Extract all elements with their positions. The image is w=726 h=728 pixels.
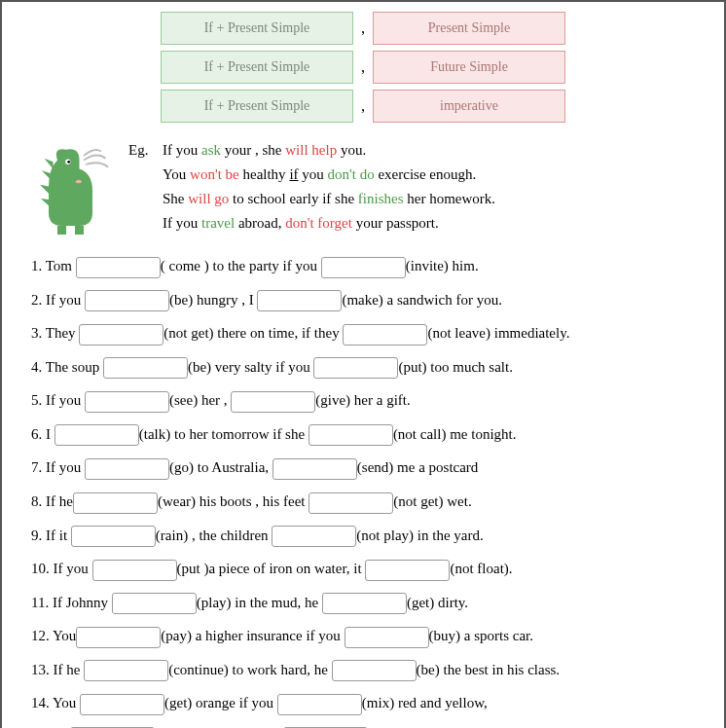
answer-blank[interactable] (85, 290, 169, 311)
question-text: (pay) a higher insurance if you (161, 628, 344, 643)
question-7: 7. If you (go) to Australia, (send) me a… (31, 455, 695, 480)
answer-blank[interactable] (79, 324, 163, 346)
question-text: (rain) , the children (156, 528, 272, 543)
answer-blank[interactable] (73, 492, 158, 514)
svg-rect-3 (75, 226, 84, 235)
question-text: 9. If it (31, 528, 71, 543)
comma: , (361, 97, 365, 115)
answer-blank[interactable] (103, 357, 188, 379)
question-2: 2. If you (be) hungry , I (make) a sandw… (31, 288, 695, 312)
eg-label: Eg. (128, 142, 163, 159)
question-text: (be) hungry , I (169, 292, 257, 308)
question-text: 11. If Johnny (31, 595, 112, 610)
rule-row: If + Present Simple,Future Simple (161, 51, 565, 84)
answer-blank[interactable] (345, 627, 429, 648)
answer-blank[interactable] (332, 660, 417, 681)
answer-blank[interactable] (71, 526, 156, 547)
answer-blank[interactable] (76, 257, 161, 278)
question-text: (be) the best in his class. (417, 662, 560, 677)
question-text: (send) me a postcard (357, 459, 479, 475)
question-text: (continue) to work hard, he (168, 662, 331, 677)
answer-blank[interactable] (321, 257, 406, 278)
result-clause-box: Future Simple (373, 51, 565, 84)
answer-blank[interactable] (277, 694, 362, 715)
example-lines: Eg.If you ask your , she will help you.Y… (128, 137, 495, 232)
question-9: 9. If it (rain) , the children (not play… (31, 524, 695, 548)
question-text: (wear) his boots , his feet (158, 493, 309, 509)
comma: , (361, 58, 365, 76)
question-text: 6. I (31, 426, 54, 442)
answer-blank[interactable] (343, 324, 427, 346)
answer-blank[interactable] (112, 593, 197, 614)
answer-blank[interactable] (322, 593, 407, 614)
answer-blank[interactable] (313, 357, 398, 379)
question-text: (give) her a gift. (315, 392, 410, 408)
question-text: (not leave) immediately. (427, 325, 569, 341)
answer-blank[interactable] (257, 290, 342, 311)
svg-rect-2 (57, 226, 66, 235)
question-text: 5. If you (31, 392, 85, 408)
if-clause-box: If + Present Simple (161, 51, 353, 84)
answer-blank[interactable] (309, 492, 393, 514)
answer-blank[interactable] (76, 627, 161, 648)
answer-blank[interactable] (365, 560, 450, 581)
question-text: (not call) me tonight. (393, 426, 517, 442)
comma: , (361, 19, 365, 37)
answer-blank[interactable] (84, 660, 168, 681)
answer-blank[interactable] (80, 694, 164, 715)
rule-row: If + Present Simple,Present Simple (161, 12, 565, 45)
question-8: 8. If he(wear) his boots , his feet (not… (31, 490, 695, 514)
question-text: (not float). (450, 561, 512, 576)
question-text: (put )a piece of iron on water, it (177, 561, 366, 576)
dino-icon (31, 142, 119, 239)
question-text: 10. If you (31, 561, 92, 576)
answer-blank[interactable] (272, 526, 356, 547)
question-text: (play) in the mud, he (197, 595, 322, 610)
answer-blank[interactable] (54, 424, 139, 446)
example-line: You won't be healthy if you don't do exe… (128, 166, 495, 183)
question-6: 6. I (talk) to her tomorrow if she (not … (31, 422, 695, 447)
question-10: 10. If you (put )a piece of iron on wate… (31, 557, 695, 581)
result-clause-box: Present Simple (373, 12, 565, 45)
question-5: 5. If you (see) her , (give) her a gift. (31, 388, 695, 413)
answer-blank[interactable] (85, 458, 169, 480)
question-text: 2. If you (31, 292, 85, 308)
question-text: (get) orange if you (164, 695, 277, 710)
question-text: (talk) to her tomorrow if she (139, 426, 309, 442)
svg-point-1 (67, 161, 70, 164)
answer-blank[interactable] (309, 424, 393, 446)
question-text: (make) a sandwich for you. (342, 292, 502, 308)
questions: 1. Tom ( come ) to the party if you (inv… (31, 254, 695, 728)
answer-blank[interactable] (92, 560, 177, 581)
question-text: 7. If you (31, 459, 85, 475)
answer-blank[interactable] (231, 391, 315, 413)
question-text: (see) her , (169, 392, 231, 408)
question-text: (be) very salty if you (188, 359, 314, 375)
question-11: 11. If Johnny (play) in the mud, he (get… (31, 591, 695, 615)
question-text: (not get) wet. (393, 493, 471, 509)
question-text: (buy) a sports car. (429, 628, 533, 643)
result-clause-box: imperative (373, 90, 565, 123)
answer-blank[interactable] (272, 458, 357, 480)
question-text: 4. The soup (31, 359, 103, 375)
example-line: If you travel abroad, don't forget your … (128, 215, 495, 232)
rule-row: If + Present Simple,imperative (161, 90, 565, 123)
question-text: (mix) red and yellow, (362, 695, 488, 710)
example-block: Eg.If you ask your , she will help you.Y… (31, 137, 695, 239)
example-line: Eg.If you ask your , she will help you. (128, 142, 495, 159)
if-clause-box: If + Present Simple (161, 90, 353, 123)
question-text: 3. They (31, 325, 79, 341)
question-text: 12. You (31, 628, 76, 643)
question-text: ( come ) to the party if you (161, 258, 321, 273)
question-text: 13. If he (31, 662, 84, 677)
question-3: 3. They (not get) there on time, if they… (31, 321, 695, 346)
question-text: (get) dirty. (407, 595, 468, 610)
example-line: She will go to school early if she finis… (128, 191, 495, 207)
rules-table: If + Present Simple,Present SimpleIf + P… (31, 12, 695, 123)
question-text: (not play) in the yard. (356, 528, 483, 543)
question-text: (go) to Australia, (169, 459, 272, 475)
question-4: 4. The soup (be) very salty if you (put)… (31, 355, 695, 380)
answer-blank[interactable] (85, 391, 169, 413)
worksheet-page: If + Present Simple,Present SimpleIf + P… (0, 0, 726, 728)
question-1: 1. Tom ( come ) to the party if you (inv… (31, 254, 695, 278)
